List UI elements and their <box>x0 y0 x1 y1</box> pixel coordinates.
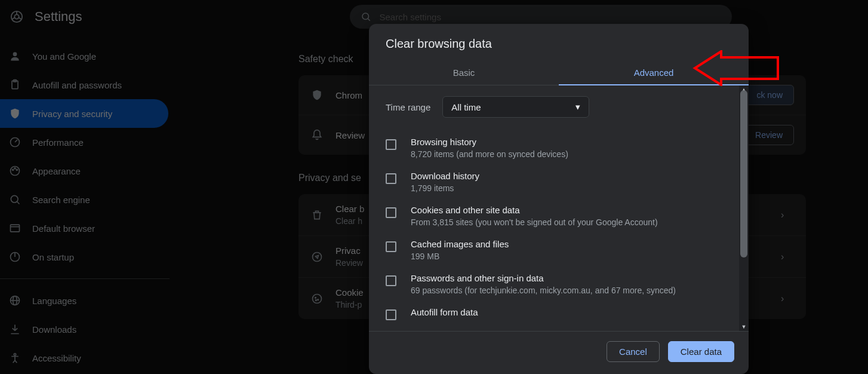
check-row-browsing-history[interactable]: Browsing history 8,720 items (and more o… <box>386 131 732 165</box>
dialog-footer: Cancel Clear data <box>369 331 749 374</box>
time-range-select[interactable]: All time ▾ <box>442 96 589 118</box>
checkbox[interactable] <box>386 207 396 218</box>
svg-point-22 <box>313 252 322 261</box>
svg-line-13 <box>17 202 20 204</box>
checkbox[interactable] <box>386 173 396 184</box>
svg-point-4 <box>13 52 17 56</box>
sidebar-item-search-engine[interactable]: Search engine <box>0 185 179 214</box>
power-icon <box>8 250 21 263</box>
review-button[interactable]: Review <box>744 125 794 145</box>
chevron-right-icon: › <box>781 293 794 304</box>
palette-icon <box>8 164 21 177</box>
download-icon <box>8 323 21 336</box>
check-title: Autofill form data <box>411 307 478 317</box>
cancel-button[interactable]: Cancel <box>607 341 660 362</box>
sidebar-item-on-startup[interactable]: On startup <box>0 243 179 271</box>
sidebar-item-appearance[interactable]: Appearance <box>0 157 179 185</box>
svg-point-11 <box>16 169 17 170</box>
sidebar-label: Autofill and passwords <box>32 80 122 90</box>
sidebar-item-you-and-google[interactable]: You and Google <box>0 42 179 70</box>
svg-point-21 <box>14 354 16 355</box>
check-title: Cached images and files <box>411 239 509 249</box>
check-sub: 8,720 items (and more on synced devices) <box>411 149 568 159</box>
trash-icon <box>310 209 324 222</box>
sidebar-label: Downloads <box>32 324 76 335</box>
sidebar-label: Privacy and security <box>32 109 112 119</box>
sidebar-label: Accessibility <box>32 353 81 363</box>
checkbox[interactable] <box>386 139 396 150</box>
svg-rect-14 <box>11 225 20 232</box>
check-row-cookies[interactable]: Cookies and other site data From 3,815 s… <box>386 199 732 233</box>
time-range-row: Time range All time ▾ <box>386 96 732 118</box>
dialog-scrollbar[interactable]: ▲ ▼ <box>739 85 749 331</box>
scroll-down-icon[interactable]: ▼ <box>739 323 749 331</box>
compass-icon <box>310 250 324 263</box>
svg-point-1 <box>14 14 19 19</box>
clear-data-button[interactable]: Clear data <box>668 341 734 362</box>
chrome-logo-icon <box>10 10 24 24</box>
accessibility-icon <box>8 351 21 364</box>
sidebar-item-accessibility[interactable]: Accessibility <box>0 344 179 372</box>
chevron-right-icon: › <box>781 210 794 220</box>
sidebar-item-languages[interactable]: Languages <box>0 286 179 315</box>
chevron-down-icon: ▾ <box>575 102 580 112</box>
check-sub: 1,799 items <box>411 183 479 193</box>
shield-check-icon <box>310 88 324 102</box>
person-icon <box>8 50 21 63</box>
data-type-list: Browsing history 8,720 items (and more o… <box>386 131 732 326</box>
sidebar-item-privacy[interactable]: Privacy and security <box>0 99 168 128</box>
settings-sidebar: You and Google Autofill and passwords Pr… <box>0 42 179 372</box>
tab-basic[interactable]: Basic <box>369 60 559 85</box>
sidebar-item-default-browser[interactable]: Default browser <box>0 214 179 243</box>
checkbox[interactable] <box>386 241 396 252</box>
app-title: Settings <box>35 9 82 24</box>
sidebar-label: Languages <box>32 296 76 306</box>
svg-point-25 <box>318 299 319 300</box>
check-title: Cookies and other site data <box>411 205 658 215</box>
check-title: Browsing history <box>411 137 568 147</box>
dialog-body: Time range All time ▾ Browsing history 8… <box>369 85 749 331</box>
sidebar-item-downloads[interactable]: Downloads <box>0 315 179 344</box>
shield-icon <box>8 107 21 120</box>
svg-point-9 <box>13 169 14 170</box>
time-range-value: All time <box>451 102 481 112</box>
svg-point-12 <box>11 195 18 203</box>
sidebar-divider <box>0 278 170 279</box>
svg-point-23 <box>313 294 322 303</box>
search-input[interactable] <box>380 12 721 22</box>
browser-icon <box>8 222 21 235</box>
sidebar-item-autofill[interactable]: Autofill and passwords <box>0 70 179 99</box>
clipboard-icon <box>8 78 21 91</box>
sidebar-label: Default browser <box>32 223 95 234</box>
tab-advanced[interactable]: Advanced <box>559 60 749 85</box>
check-row-passwords[interactable]: Passwords and other sign-in data 69 pass… <box>386 267 732 301</box>
check-title: Download history <box>411 171 479 181</box>
check-sub: 199 MB <box>411 252 509 261</box>
check-title: Passwords and other sign-in data <box>411 273 676 283</box>
clear-browsing-data-dialog: Clear browsing data Basic Advanced Time … <box>369 24 749 374</box>
cookie-icon <box>310 292 324 305</box>
checkbox[interactable] <box>386 275 396 286</box>
search-icon <box>361 11 371 22</box>
check-now-button[interactable]: ck now <box>745 85 794 105</box>
svg-point-10 <box>14 168 16 169</box>
checkbox[interactable] <box>386 309 396 320</box>
dialog-title: Clear browsing data <box>369 24 749 60</box>
svg-point-24 <box>315 297 316 298</box>
sidebar-label: Performance <box>32 137 84 148</box>
svg-point-26 <box>316 299 317 301</box>
svg-line-3 <box>368 19 370 20</box>
scroll-thumb[interactable] <box>740 90 747 257</box>
check-row-autofill[interactable]: Autofill form data <box>386 301 732 326</box>
sidebar-item-performance[interactable]: Performance <box>0 128 179 157</box>
dialog-tabs: Basic Advanced <box>369 60 749 85</box>
sidebar-label: Appearance <box>32 166 81 176</box>
check-row-download-history[interactable]: Download history 1,799 items <box>386 165 732 199</box>
svg-point-2 <box>362 13 369 20</box>
check-sub: From 3,815 sites (you won't be signed ou… <box>411 217 658 227</box>
gauge-icon <box>8 136 21 149</box>
sidebar-label: You and Google <box>32 51 96 62</box>
bell-icon <box>310 128 324 142</box>
sidebar-label: Search engine <box>32 195 90 205</box>
check-row-cache[interactable]: Cached images and files 199 MB <box>386 233 732 267</box>
